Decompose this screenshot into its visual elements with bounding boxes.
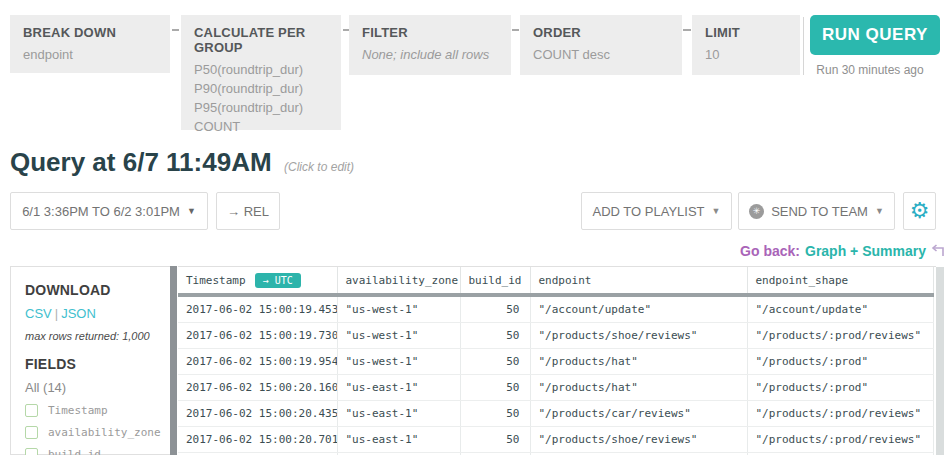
fields-all-count[interactable]: All (14) bbox=[25, 380, 170, 395]
breakdown-box[interactable]: BREAK DOWN endpoint bbox=[10, 15, 170, 73]
cell-endpoint-shape: "/account/update" bbox=[747, 295, 933, 323]
cell-endpoint-shape: "/products/:prod" bbox=[747, 375, 933, 401]
field-label: availability_zone bbox=[48, 426, 161, 439]
cell-build-id: 50 bbox=[460, 323, 530, 349]
table-row: 2017-06-02 15:00:20.160 "us-east-1" 50 "… bbox=[178, 375, 933, 401]
cell-endpoint: "/products/hat" bbox=[530, 349, 747, 375]
cell-build-id: 50 bbox=[460, 349, 530, 375]
calculate-value: P95(roundtrip_dur) bbox=[194, 98, 328, 117]
team-icon: ✳ bbox=[749, 204, 764, 219]
cell-availability-zone: "us-west-1" bbox=[337, 323, 460, 349]
calculate-value: P50(roundtrip_dur) bbox=[194, 60, 328, 79]
table-row: 2017-06-02 15:00:19.453 "us-west-1" 50 "… bbox=[178, 295, 933, 323]
download-links: CSV|JSON bbox=[25, 306, 170, 321]
settings-button[interactable]: ⚙ bbox=[903, 192, 936, 230]
page-title[interactable]: Query at 6/7 11:49AM bbox=[10, 147, 272, 177]
calculate-label: CALCULATE PER GROUP bbox=[194, 25, 328, 55]
send-to-team-button[interactable]: ✳ SEND TO TEAM ▼ bbox=[738, 192, 895, 230]
add-to-playlist-label: ADD TO PLAYLIST bbox=[593, 204, 705, 219]
column-header-endpoint-shape: endpoint_shape bbox=[747, 267, 933, 295]
time-range-button[interactable]: 6/1 3:36PM TO 6/2 3:01PM ▼ bbox=[10, 192, 208, 230]
chevron-down-icon: ▼ bbox=[187, 206, 196, 216]
cell-availability-zone: "us-west-1" bbox=[337, 349, 460, 375]
calculate-value: COUNT bbox=[194, 117, 328, 136]
column-header-build-id: build_id bbox=[460, 267, 530, 295]
checkbox[interactable] bbox=[25, 448, 38, 455]
download-heading: DOWNLOAD bbox=[25, 282, 170, 298]
order-box[interactable]: ORDER COUNT desc bbox=[520, 15, 682, 75]
column-header-availability-zone: availability_zone bbox=[337, 267, 460, 295]
go-back-label: Go back: bbox=[740, 243, 800, 259]
limit-box[interactable]: LIMIT 10 bbox=[692, 15, 800, 75]
cell-timestamp: 2017-06-02 15:00:19.730 bbox=[178, 323, 337, 349]
table-row: 2017-06-02 15:00:20.435 "us-east-1" 50 "… bbox=[178, 401, 933, 427]
click-to-edit-hint: (Click to edit) bbox=[284, 160, 354, 174]
box-connector bbox=[172, 29, 179, 31]
sidebar-scrollbar[interactable] bbox=[170, 266, 177, 455]
fields-heading: FIELDS bbox=[25, 356, 170, 372]
cell-availability-zone: "us-east-1" bbox=[337, 401, 460, 427]
calculate-value: P90(roundtrip_dur) bbox=[194, 79, 328, 98]
title-row: Query at 6/7 11:49AM (Click to edit) bbox=[10, 147, 354, 178]
gear-icon: ⚙ bbox=[910, 200, 930, 222]
checkbox[interactable] bbox=[25, 426, 38, 439]
field-label: Timestamp bbox=[48, 404, 108, 417]
go-back-link[interactable]: Graph + Summary bbox=[805, 243, 926, 259]
sidebar: DOWNLOAD CSV|JSON max rows returned: 1,0… bbox=[10, 266, 170, 455]
cell-timestamp: 2017-06-02 15:00:20.701 bbox=[178, 427, 337, 453]
cell-endpoint: "/products/shoe/reviews" bbox=[530, 323, 747, 349]
table-row: 2017-06-02 15:00:19.730 "us-west-1" 50 "… bbox=[178, 323, 933, 349]
return-arrow-icon bbox=[930, 244, 945, 257]
rel-label: → REL bbox=[227, 204, 269, 219]
field-row-availability-zone: availability_zone bbox=[25, 426, 170, 439]
cell-endpoint: "/products/shoe/reviews" bbox=[530, 427, 747, 453]
box-connector bbox=[683, 29, 691, 31]
go-back-row: Go back:Graph + Summary bbox=[740, 243, 945, 259]
send-to-team-label: SEND TO TEAM bbox=[771, 204, 868, 219]
cell-endpoint: "/products/hat" bbox=[530, 375, 747, 401]
cell-availability-zone: "us-east-1" bbox=[337, 427, 460, 453]
table-header-row: Timestamp → UTC availability_zone build_… bbox=[178, 267, 933, 295]
field-row-build-id: build_id bbox=[25, 448, 170, 455]
max-rows-note: max rows returned: 1,000 bbox=[25, 330, 170, 342]
add-to-playlist-button[interactable]: ADD TO PLAYLIST ▼ bbox=[581, 192, 732, 230]
order-label: ORDER bbox=[533, 25, 669, 40]
table-row: 2017-06-02 15:00:19.954 "us-west-1" 50 "… bbox=[178, 349, 933, 375]
chevron-down-icon: ▼ bbox=[712, 206, 721, 216]
cell-timestamp: 2017-06-02 15:00:19.954 bbox=[178, 349, 337, 375]
cell-build-id: 50 bbox=[460, 427, 530, 453]
cell-endpoint-shape: "/products/:prod/reviews" bbox=[747, 401, 933, 427]
field-row-timestamp: Timestamp bbox=[25, 404, 170, 417]
cell-timestamp: 2017-06-02 15:00:19.453 bbox=[178, 295, 337, 323]
table-row: 2017-06-02 15:00:20.701 "us-east-1" 50 "… bbox=[178, 427, 933, 453]
breakdown-value: endpoint bbox=[23, 45, 157, 64]
chevron-down-icon: ▼ bbox=[875, 206, 884, 216]
column-header-label: Timestamp bbox=[186, 274, 246, 287]
cell-endpoint-shape: "/products/:prod/reviews" bbox=[747, 427, 933, 453]
calculate-box[interactable]: CALCULATE PER GROUP P50(roundtrip_dur) P… bbox=[181, 15, 341, 130]
relative-time-button[interactable]: → REL bbox=[216, 192, 280, 230]
query-page: BREAK DOWN endpoint CALCULATE PER GROUP … bbox=[0, 0, 949, 455]
cell-endpoint: "/products/car/reviews" bbox=[530, 401, 747, 427]
cell-availability-zone: "us-east-1" bbox=[337, 375, 460, 401]
table-scrollbar[interactable] bbox=[936, 267, 944, 455]
json-link[interactable]: JSON bbox=[61, 306, 96, 321]
cell-availability-zone: "us-west-1" bbox=[337, 295, 460, 323]
limit-label: LIMIT bbox=[705, 25, 787, 40]
filter-label: FILTER bbox=[362, 25, 498, 40]
cell-timestamp: 2017-06-02 15:00:20.160 bbox=[178, 375, 337, 401]
field-label: build_id bbox=[48, 448, 101, 455]
cell-build-id: 50 bbox=[460, 401, 530, 427]
last-run-status: Run 30 minutes ago bbox=[800, 63, 940, 77]
run-query-button[interactable]: RUN QUERY bbox=[810, 15, 940, 55]
breakdown-label: BREAK DOWN bbox=[23, 25, 157, 40]
order-value: COUNT desc bbox=[533, 45, 669, 64]
link-separator: | bbox=[55, 306, 58, 321]
cell-endpoint: "/account/update" bbox=[530, 295, 747, 323]
csv-link[interactable]: CSV bbox=[25, 306, 52, 321]
cell-endpoint-shape: "/products/:prod/reviews" bbox=[747, 323, 933, 349]
checkbox[interactable] bbox=[25, 404, 38, 417]
filter-box[interactable]: FILTER None; include all rows bbox=[349, 15, 511, 75]
results-table-container: Timestamp → UTC availability_zone build_… bbox=[178, 266, 936, 455]
utc-toggle-badge[interactable]: → UTC bbox=[255, 273, 301, 288]
